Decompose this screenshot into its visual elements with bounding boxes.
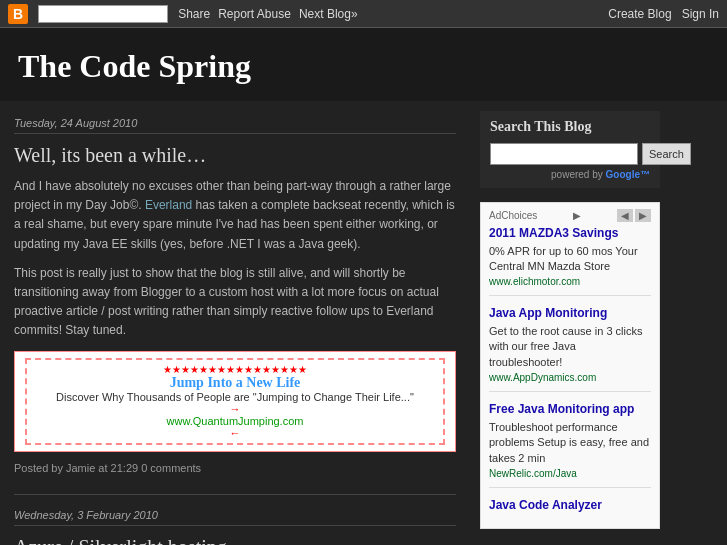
nav-sign-in[interactable]: Sign In [682, 7, 719, 21]
nav-create-blog[interactable]: Create Blog [608, 7, 671, 21]
ad-item-url-0[interactable]: www.elichmotor.com [489, 276, 651, 287]
blog-title: The Code Spring [18, 48, 709, 85]
content-area: Tuesday, 24 August 2010 Well, its been a… [0, 101, 727, 545]
post-1: Well, its been a while… And I have absol… [14, 144, 456, 474]
everland-link[interactable]: Everland [145, 198, 192, 212]
nav-share[interactable]: Share [178, 7, 210, 21]
ad-item-0[interactable]: 2011 MAZDA3 Savings 0% APR for up to 60 … [489, 226, 651, 296]
ad-prev[interactable]: ◀ [617, 209, 633, 222]
google-logo: Google™ [606, 169, 650, 180]
search-row: Search [490, 143, 650, 165]
sidebar-search-title: Search This Blog [490, 119, 650, 135]
ad-item-3[interactable]: Java Code Analyzer [489, 498, 651, 522]
ad-url[interactable]: www.QuantumJumping.com [31, 415, 439, 427]
ad-item-title-1[interactable]: Java App Monitoring [489, 306, 651, 322]
powered-by: powered by Google™ [490, 169, 650, 180]
sidebar-search-section: Search This Blog Search powered by Googl… [480, 111, 660, 188]
ad-next[interactable]: ▶ [635, 209, 651, 222]
ad-item-url-1[interactable]: www.AppDynamics.com [489, 372, 651, 383]
ad-item-title-2[interactable]: Free Java Monitoring app [489, 402, 651, 418]
ad-nav: ◀ ▶ [617, 209, 651, 222]
post-2: Azure / Silverlight hosting Rather stupi… [14, 536, 456, 546]
ad-stars: ★★★★★★★★★★★★★★★★ [31, 364, 439, 375]
post-ad-banner[interactable]: ★★★★★★★★★★★★★★★★ Jump Into a New Life Di… [14, 351, 456, 452]
blog-header: The Code Spring [0, 28, 727, 101]
navbar-search-input[interactable] [38, 5, 168, 23]
post-date-2: Wednesday, 3 February 2010 [14, 509, 456, 526]
post-title-2: Azure / Silverlight hosting [14, 536, 456, 546]
blogger-logo: B [8, 4, 28, 24]
post-footer-1: Posted by Jamie at 21:29 0 comments [14, 462, 456, 474]
ad-item-desc-2: Troubleshoot performance problems Setup … [489, 420, 651, 466]
sidebar-ads-section: AdChoices ▶ ◀ ▶ 2011 MAZDA3 Savings 0% A… [480, 202, 660, 529]
ad-arrows-right: ← [31, 427, 439, 439]
nav-links: Share Report Abuse Next Blog» [178, 7, 357, 21]
ad-item-desc-0: 0% APR for up to 60 mos Your Central MN … [489, 244, 651, 275]
ad-item-1[interactable]: Java App Monitoring Get to the root caus… [489, 306, 651, 392]
nav-right: Create Blog Sign In [608, 7, 719, 21]
ad-choices-icon: ▶ [573, 210, 581, 221]
ad-item-desc-1: Get to the root cause in 3 clicks with o… [489, 324, 651, 370]
post-para-1-0: And I have absolutely no excuses other t… [14, 177, 456, 254]
ad-title[interactable]: Jump Into a New Life [31, 375, 439, 391]
ad-item-url-2[interactable]: NewRelic.com/Java [489, 468, 651, 479]
sidebar: Search This Blog Search powered by Googl… [470, 101, 670, 545]
sidebar-search-button[interactable]: Search [642, 143, 691, 165]
nav-report[interactable]: Report Abuse [218, 7, 291, 21]
ad-side-header: AdChoices ▶ ◀ ▶ [489, 209, 651, 222]
posts-column: Tuesday, 24 August 2010 Well, its been a… [0, 101, 470, 545]
ad-desc: Discover Why Thousands of People are "Ju… [31, 391, 439, 403]
ad-border: ★★★★★★★★★★★★★★★★ Jump Into a New Life Di… [25, 358, 445, 445]
ad-arrows-left: → [31, 403, 439, 415]
sidebar-search-input[interactable] [490, 143, 638, 165]
nav-next[interactable]: Next Blog» [299, 7, 358, 21]
ad-choices-label: AdChoices [489, 210, 537, 221]
post-date-1: Tuesday, 24 August 2010 [14, 117, 456, 134]
post-para-1-1: This post is really just to show that th… [14, 264, 456, 341]
post-divider-1 [14, 494, 456, 495]
ad-item-2[interactable]: Free Java Monitoring app Troubleshoot pe… [489, 402, 651, 488]
post-title-1: Well, its been a while… [14, 144, 456, 167]
navbar: B Share Report Abuse Next Blog» Create B… [0, 0, 727, 28]
ad-item-title-0[interactable]: 2011 MAZDA3 Savings [489, 226, 651, 242]
ad-item-title-3[interactable]: Java Code Analyzer [489, 498, 651, 514]
